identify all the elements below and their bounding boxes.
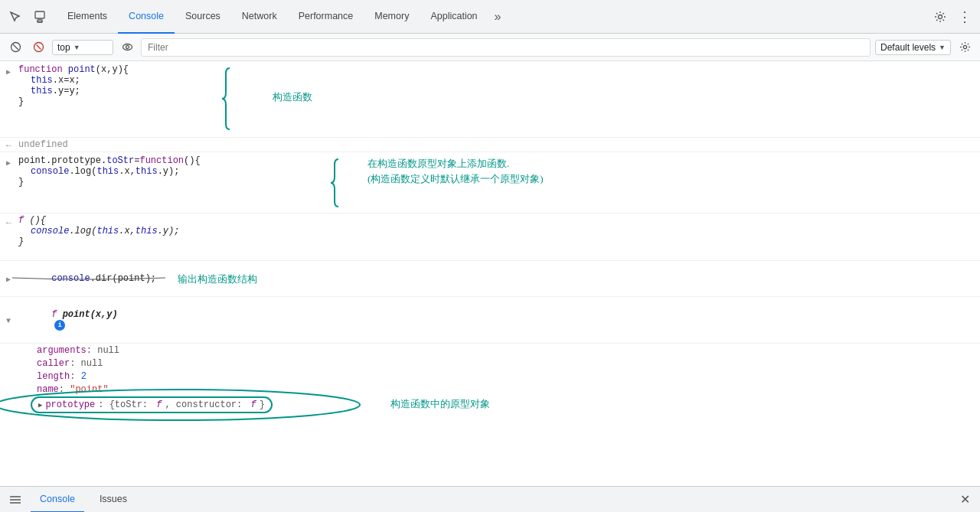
toolbar-icons <box>5 6 51 28</box>
svg-line-5 <box>13 44 18 50</box>
prototype-annotation2: (构造函数定义时默认继承一个原型对象) <box>368 172 544 186</box>
expand-arrow[interactable] <box>6 157 18 168</box>
collapse-arrow[interactable] <box>6 315 18 325</box>
constructor-entry: function point(x,y){ this.x=x; this.y=y;… <box>0 61 980 138</box>
prop-name: name : "point" <box>0 383 980 396</box>
toolbar-right: ⋮ <box>929 6 975 28</box>
clear-console-button[interactable] <box>6 38 24 57</box>
chevron-down-icon: ▼ <box>74 44 80 51</box>
constructor-annotation: 构造函数 <box>273 89 312 104</box>
prop-prototype: ▶ prototype : {toStr: f , constructor: f… <box>0 396 980 414</box>
svg-rect-0 <box>35 11 44 18</box>
log-level-select[interactable]: Default levels ▼ <box>875 40 951 55</box>
bottom-tab-console[interactable]: Console <box>31 487 84 513</box>
tab-list: Elements Console Sources Network Perform… <box>57 0 507 34</box>
code-line: this.y=y; <box>18 86 129 96</box>
svg-point-9 <box>126 46 129 49</box>
code-line: function point(x,y){ <box>18 64 129 75</box>
tab-console[interactable]: Console <box>118 0 175 34</box>
code-line: } <box>18 177 201 188</box>
svg-point-10 <box>963 45 966 48</box>
curly-brace-svg2 <box>331 155 369 210</box>
code-line: console.log(this.x,this.y); <box>18 166 201 177</box>
settings-icon[interactable] <box>929 6 951 28</box>
more-tabs-button[interactable]: » <box>488 0 508 34</box>
code-line: point.prototype.toStr=function(){ <box>18 155 201 166</box>
drawer-menu-icon[interactable] <box>6 491 24 509</box>
device-icon[interactable] <box>29 6 51 28</box>
filter-input[interactable] <box>141 38 871 57</box>
code-line: } <box>18 96 129 107</box>
console-toolbar: top ▼ Default levels ▼ <box>0 34 980 61</box>
svg-line-7 <box>36 45 41 50</box>
tab-network[interactable]: Network <box>231 0 288 34</box>
tab-sources[interactable]: Sources <box>175 0 231 34</box>
prop-length: length : 2 <box>0 370 980 383</box>
svg-point-3 <box>939 15 942 18</box>
console-settings-icon[interactable] <box>956 38 974 57</box>
expand-triangle-icon[interactable]: ▶ <box>38 401 42 409</box>
inspect-icon[interactable] <box>5 6 26 28</box>
code-line: console.log(this.x,this.y); <box>18 226 179 236</box>
main-toolbar: Elements Console Sources Network Perform… <box>0 0 980 34</box>
code-line: } <box>18 236 179 247</box>
chevron-down-icon: ▼ <box>939 44 946 51</box>
eye-icon[interactable] <box>118 38 136 57</box>
dir-entry: console.dir(point); 输出构造函数结构 <box>0 261 980 297</box>
undefined-output: undefined <box>18 139 68 150</box>
console-output: function point(x,y){ this.x=x; this.y=y;… <box>0 61 980 486</box>
output-arrow <box>6 139 18 150</box>
dir-annotation: 输出构造函数结构 <box>178 271 257 286</box>
bottom-tab-issues[interactable]: Issues <box>90 487 136 513</box>
prototype-annotation1: 在构造函数原型对象上添加函数. <box>368 157 509 171</box>
close-button[interactable]: ✕ <box>956 491 974 509</box>
prop-arguments: arguments : null <box>0 344 980 357</box>
expand-arrow[interactable] <box>6 66 18 77</box>
prototype-annotation: 构造函数中的原型对象 <box>390 397 490 411</box>
bottom-padding <box>0 414 980 429</box>
prototype-entry: point.prototype.toStr=function(){ consol… <box>0 152 980 214</box>
more-options-icon[interactable]: ⋮ <box>954 6 975 28</box>
code-line: f point(x,y) i <box>18 298 118 341</box>
function-output-entry: f (){ console.log(this.x,this.y); } <box>0 214 980 261</box>
code-line: f (){ <box>18 215 179 226</box>
tab-performance[interactable]: Performance <box>288 0 364 34</box>
dir-underline <box>12 275 165 281</box>
curly-brace-svg <box>222 64 260 133</box>
no-log-button[interactable] <box>29 38 47 57</box>
tab-memory[interactable]: Memory <box>364 0 420 34</box>
context-select[interactable]: top ▼ <box>52 40 113 55</box>
bottom-bar: Console Issues ✕ <box>0 486 980 512</box>
svg-point-8 <box>122 44 132 51</box>
info-badge[interactable]: i <box>54 320 65 331</box>
undefined-entry: undefined <box>0 138 980 152</box>
output-arrow <box>6 217 18 227</box>
tab-application[interactable]: Application <box>420 0 488 34</box>
obj-header-entry: f point(x,y) i <box>0 297 980 344</box>
prototype-expand[interactable]: ▶ prototype : {toStr: f , constructor: f… <box>31 396 273 413</box>
tab-elements[interactable]: Elements <box>57 0 118 34</box>
code-line: this.x=x; <box>18 75 129 86</box>
prop-caller: caller : null <box>0 357 980 370</box>
